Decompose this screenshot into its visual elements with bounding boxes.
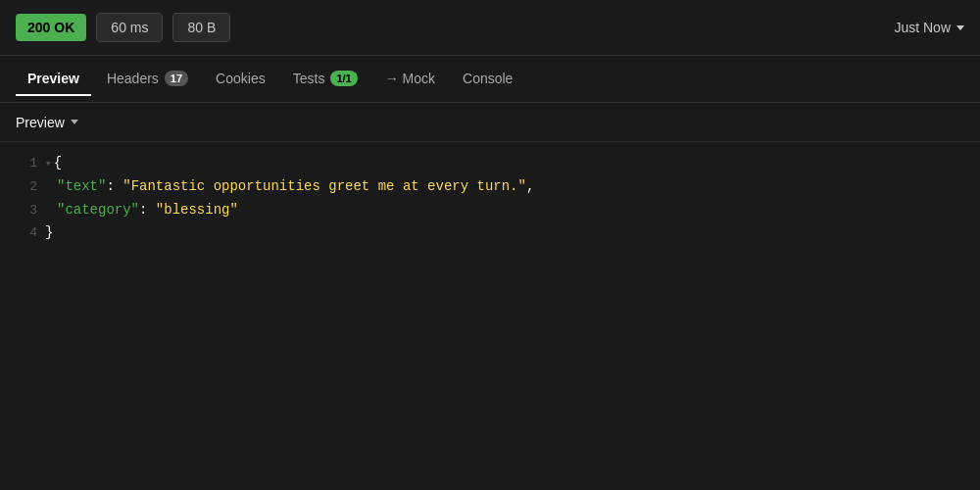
- tab-tests[interactable]: Tests 1/1: [281, 63, 369, 96]
- tab-mock[interactable]: → Mock: [373, 63, 447, 96]
- preview-chevron-icon: [71, 120, 78, 124]
- status-code: 200: [27, 20, 50, 35]
- open-brace: {: [54, 152, 62, 175]
- tab-console[interactable]: Console: [451, 63, 524, 96]
- status-text: OK: [54, 20, 74, 35]
- close-brace: }: [45, 221, 53, 245]
- preview-header[interactable]: Preview: [0, 103, 980, 142]
- top-bar: 200 OK 60 ms 80 B Just Now: [0, 0, 980, 56]
- json-key-category: "category": [57, 199, 139, 222]
- headers-badge: 17: [165, 71, 188, 86]
- line-number-1: 1: [10, 153, 37, 174]
- content-area: Preview 1 ▾ { 2 "text" : "Fantastic oppo…: [0, 103, 980, 490]
- json-value-category: "blessing": [156, 199, 238, 222]
- json-comma-2: ,: [526, 175, 534, 199]
- tests-badge: 1/1: [330, 71, 357, 86]
- size-badge: 80 B: [172, 13, 230, 42]
- chevron-down-icon: [956, 25, 964, 30]
- status-badge: 200 OK: [16, 14, 86, 41]
- preview-label: Preview: [16, 115, 65, 130]
- json-viewer: 1 ▾ { 2 "text" : "Fantastic opportunitie…: [0, 142, 980, 255]
- timestamp-dropdown[interactable]: Just Now: [894, 20, 964, 35]
- json-colon-2: :: [106, 175, 114, 199]
- json-line-3: 3 "category" : "blessing": [0, 199, 980, 222]
- timestamp-label: Just Now: [894, 20, 951, 35]
- time-badge: 60 ms: [96, 13, 163, 42]
- line-number-3: 3: [10, 200, 37, 221]
- json-colon-3: :: [139, 199, 147, 222]
- expand-icon-1[interactable]: ▾: [45, 155, 52, 173]
- tab-headers[interactable]: Headers 17: [95, 63, 200, 96]
- tab-cookies[interactable]: Cookies: [204, 63, 277, 96]
- line-number-4: 4: [10, 222, 37, 244]
- json-line-2: 2 "text" : "Fantastic opportunities gree…: [0, 175, 980, 199]
- tab-preview[interactable]: Preview: [16, 63, 91, 96]
- tab-bar: Preview Headers 17 Cookies Tests 1/1 → M…: [0, 56, 980, 103]
- json-line-4: 4 }: [0, 221, 980, 245]
- json-value-text: "Fantastic opportunities greet me at eve…: [122, 175, 526, 199]
- line-number-2: 2: [10, 176, 37, 198]
- json-line-1: 1 ▾ {: [0, 152, 980, 175]
- json-key-text: "text": [57, 175, 106, 199]
